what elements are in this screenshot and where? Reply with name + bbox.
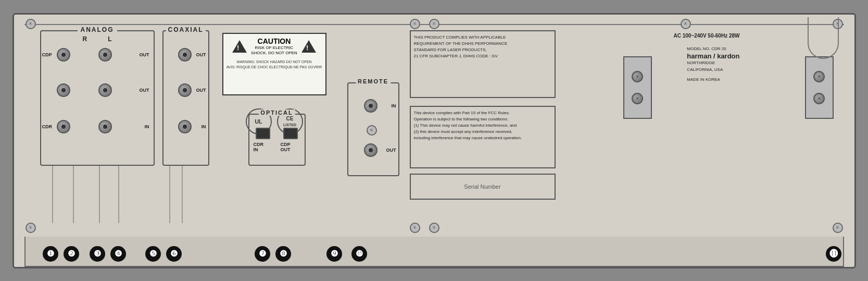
corner-screw-br: × [833,223,843,233]
coaxial-in-label: IN [202,124,206,129]
brand-name: harman / kardon [687,52,739,60]
cdp-l-out-connector[interactable] [98,48,112,62]
badge-1: ❶ [43,246,58,262]
coaxial-in-connector[interactable] [178,120,192,133]
cdr-l-connector[interactable] [98,120,112,133]
caution-title: CAUTION [251,37,297,45]
analog-label: ANALOG [78,26,117,33]
location1: NORTHRIDGE [687,60,739,67]
remote-in-connector[interactable] [364,99,378,113]
analog-mid-out-label: OUT [140,88,149,93]
caution-triangle-right [301,40,316,53]
fcc-box: This device complies with Part 15 of the… [410,106,556,168]
analog-mid-r-out-connector[interactable] [57,83,70,97]
terminal-post-2[interactable] [632,93,643,104]
remote-screw: × [367,125,377,136]
badge-8: ❽ [275,246,291,262]
cdp-label: CDP [42,52,52,57]
top-right-mid-screw: × [681,19,691,29]
cdr-label: CDR [42,124,53,129]
badge-4: ❹ [110,246,126,262]
badge-2: ❷ [64,246,79,262]
bottom-center-screw: × [429,223,439,233]
cdr-in-label: IN [145,124,149,129]
optical-cdr-in-label: CDRIN [254,142,264,152]
caution-title-row: CAUTION RISK OF ELECTRICSHOCK, DO NOT OP… [232,37,316,56]
rl-labels: R L [41,35,154,43]
cdp-out-label: OUT [140,52,149,57]
device-panel: × × × × × × × × × ANALOG R L CDP OUT OUT… [12,13,856,268]
badge-6: ❻ [166,246,182,262]
compliance-box: THIS PRODUCT COMPLIES WITH APPLICABLE RE… [410,30,556,98]
wire-6 [182,166,183,223]
bottom-mid-screw: × [410,223,420,233]
wire-1 [52,166,53,223]
badge-9: ❾ [326,246,342,262]
badge-3: ❸ [90,246,105,262]
remote-out-label: OUT [386,148,396,153]
cdr-r-connector[interactable] [57,120,70,133]
analog-section: ANALOG R L CDP OUT OUT CDR IN [40,30,155,166]
terminal-post-1[interactable] [632,71,643,82]
remote-label: REMOTE [356,78,391,84]
optical-cdp-out-port[interactable] [283,128,298,139]
coaxial-out2-label: OUT [196,88,206,93]
wire-5 [169,166,170,223]
wire-3 [99,166,100,223]
top-center-screw: × [429,19,439,29]
terminal-post-4[interactable] [813,93,825,104]
fcc-text: This device complies with Part 15 of the… [411,107,555,144]
remote-in-label: IN [392,103,396,108]
r-label: R [82,35,87,43]
badge-10: ❿ [351,246,367,262]
l-label: L [108,35,111,43]
caution-title-text: CAUTION RISK OF ELECTRICSHOCK, DO NOT OP… [251,37,297,56]
ac-spec-text: AC 100~240V 50-60Hz 28W [673,33,739,39]
model-no: MODEL NO. CDR 20 [687,46,739,53]
caution-warning1: WARNING: SHOCK HAZARD-DO NOT OPEN [236,60,311,64]
corner-screw-tl: × [26,19,36,29]
right-terminal-block [805,56,834,119]
caution-subtitle: RISK OF ELECTRICSHOCK, DO NOT OPEN [251,45,297,56]
coaxial-label: COAXIAL [166,26,206,33]
optical-section: OPTICAL CDRIN CDPOUT [248,114,306,166]
optical-cdp-out-label: CDPOUT [281,142,291,152]
location2: CALIFORNIA, USA [687,67,739,74]
caution-box: CAUTION RISK OF ELECTRICSHOCK, DO NOT OP… [222,33,326,95]
coaxial-out2-connector[interactable] [178,83,192,97]
left-terminal-block [623,56,652,119]
caution-warning2: AVIS: RISQUE DE CHOC ELECTRIQUE-NE PAS O… [227,65,322,69]
remote-section: REMOTE IN × OUT [347,82,399,176]
remote-out-connector[interactable] [364,143,378,157]
made-in: MADE IN KOREA [687,77,739,83]
badge-11: ⓫ [826,246,841,262]
coaxial-out1-connector[interactable] [178,48,192,62]
compliance-text1: THIS PRODUCT COMPLIES WITH APPLICABLE RE… [411,31,555,63]
badge-5: ❺ [145,246,161,262]
coaxial-out1-label: OUT [196,52,206,57]
analog-mid-l-out-connector[interactable] [98,83,112,97]
model-info: MODEL NO. CDR 20 harman / kardon NORTHRI… [687,46,739,83]
cdp-r-out-connector[interactable] [57,48,70,62]
coaxial-section: COAXIAL OUT OUT IN [162,30,209,166]
serial-label: Serial Number [464,184,500,190]
serial-box: Serial Number [410,174,556,200]
corner-screw-bl: × [26,223,36,233]
top-mid-screw: × [410,19,420,29]
wire-2 [73,166,74,223]
wire-4 [118,166,119,223]
caution-triangle-left [232,40,247,53]
power-cable [808,17,839,59]
badge-7: ❼ [255,246,270,262]
terminal-post-3[interactable] [813,71,825,82]
optical-label: OPTICAL [258,109,295,116]
optical-cdr-in-port[interactable] [256,128,270,139]
